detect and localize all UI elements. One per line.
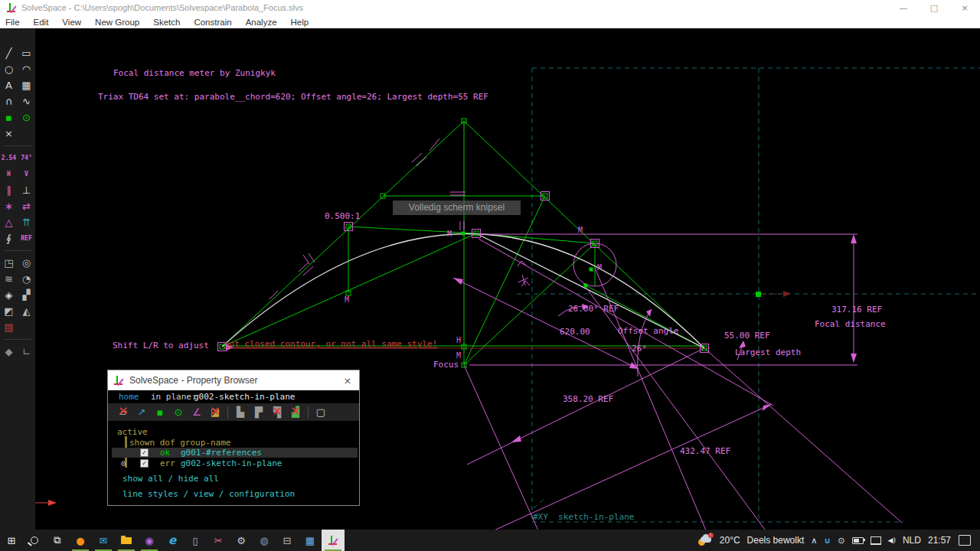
notes-icon[interactable]: ▯ xyxy=(184,530,207,551)
close-button[interactable]: × xyxy=(949,0,980,15)
lathe-solid-icon[interactable]: ▛ xyxy=(250,405,268,420)
revolve-solid-icon[interactable]: ▜× xyxy=(268,405,286,420)
settings-icon[interactable]: ⚙ xyxy=(230,530,253,551)
speaker-icon[interactable]: ◀) xyxy=(888,536,896,544)
minimize-button[interactable]: — xyxy=(888,0,919,15)
drawing-canvas[interactable]: M M M M M H Focal distance meter by Zuni… xyxy=(0,28,980,530)
horizontal-constraint-tool[interactable]: H xyxy=(0,166,18,182)
mirror-tool[interactable]: ◩ xyxy=(0,303,18,319)
offset-angle-label[interactable]: Offset angle xyxy=(618,327,678,336)
solvespace-icon[interactable] xyxy=(322,530,345,551)
workplane-label[interactable]: #XY sketch-in-plane xyxy=(533,513,634,522)
search-icon[interactable] xyxy=(23,530,46,551)
menu-constrain[interactable]: Constrain xyxy=(187,18,238,27)
extrude-tool[interactable]: ◳ xyxy=(0,255,18,271)
weather-icon[interactable]: ! xyxy=(697,534,713,546)
photos-icon[interactable]: ◍ xyxy=(253,530,276,551)
tangent-arc-tool[interactable]: ∩ xyxy=(0,93,18,109)
in-plane-value[interactable]: g002-sketch-in-plane xyxy=(194,392,295,402)
temperature-label[interactable]: 20°C xyxy=(720,535,740,546)
active-group-radio[interactable]: ⊙ xyxy=(121,458,126,468)
close-icon[interactable]: × xyxy=(336,375,359,386)
split-intersection-tool[interactable]: × xyxy=(0,126,18,142)
focus-label[interactable]: Focus xyxy=(433,360,459,370)
angle-dimension-icon[interactable]: ∠ xyxy=(188,405,206,420)
active-workplane-tool[interactable]: ▤ xyxy=(0,319,18,335)
group-name-link[interactable]: g002-sketch-in-plane xyxy=(181,458,282,468)
tangent-constraint-tool[interactable]: ∮ xyxy=(0,230,18,246)
calculator-icon[interactable]: ▦ xyxy=(299,530,322,551)
cup-icon[interactable]: ∪ xyxy=(824,536,831,546)
wireframe-box-icon[interactable]: ▢ xyxy=(312,405,330,420)
restore-button[interactable]: □ xyxy=(919,0,949,15)
workplane-icon[interactable]: ▱× xyxy=(114,405,132,420)
largest-depth-label[interactable]: Largest depth xyxy=(735,348,801,357)
dim-depth-ref[interactable]: 55.00 REF xyxy=(724,331,770,341)
battery-icon[interactable] xyxy=(852,537,864,544)
vertical-constraint-tool[interactable]: V xyxy=(18,166,35,182)
distance-dimension-tool[interactable]: 2.54 xyxy=(0,150,18,166)
media-app-icon[interactable]: ◉ xyxy=(138,530,161,551)
tray-expand-icon[interactable]: ∧ xyxy=(811,536,817,546)
dimension-lines-magenta[interactable] xyxy=(453,234,902,530)
mesh-solid-icon[interactable]: ▟× xyxy=(286,405,305,420)
group-row-references[interactable]: ✓ ok g001-#references xyxy=(112,448,358,458)
camera-tray-icon[interactable]: ⊙ xyxy=(838,536,844,546)
perpendicular-constraint-tool[interactable]: ⊥ xyxy=(18,182,35,198)
normal-arrow-icon[interactable]: ↗ xyxy=(132,405,151,420)
dim-focal-ref[interactable]: 317.16 REF xyxy=(831,305,882,315)
same-orientation-tool[interactable]: ⇈ xyxy=(18,214,35,230)
reference-dimension-tool[interactable]: REF xyxy=(18,230,35,246)
point-tool[interactable]: ▪ xyxy=(0,109,18,126)
menu-analyze[interactable]: Analyze xyxy=(239,18,284,27)
start-button[interactable]: ⊞ xyxy=(0,530,23,551)
edge-icon[interactable]: e xyxy=(161,530,184,551)
helix-tool[interactable]: ≋ xyxy=(0,271,18,287)
file-explorer-icon[interactable] xyxy=(115,530,138,551)
network-icon[interactable] xyxy=(871,536,881,545)
equal-constraint-tool[interactable]: △ xyxy=(0,214,18,230)
keyboard-language[interactable]: NLD xyxy=(903,535,921,546)
snip-icon[interactable]: ✂ xyxy=(207,530,230,551)
dim-diag-ref[interactable]: 358.20 REF xyxy=(563,395,613,404)
home-link[interactable]: home xyxy=(119,392,139,402)
point-icon[interactable]: ▪ xyxy=(151,405,169,420)
link-tool[interactable]: ◈ xyxy=(0,287,18,303)
focal-distance-label[interactable]: Focal distance xyxy=(815,320,886,329)
shown-checkbox[interactable]: ✓ xyxy=(140,448,149,457)
line-tool[interactable]: ╱ xyxy=(0,45,18,61)
dim-angle-ref[interactable]: 26.00° REF xyxy=(568,305,619,314)
menu-edit[interactable]: Edit xyxy=(27,18,56,27)
comment-config[interactable]: Triax TD64 set at: parabole__chord=620; … xyxy=(98,93,488,102)
styles-view-config-link[interactable]: line styles / view / configuration xyxy=(122,489,295,499)
menu-view[interactable]: View xyxy=(55,18,88,27)
angle-dimension-tool[interactable]: 74° xyxy=(18,150,35,166)
property-browser-window[interactable]: SolveSpace - Property Browser × home in … xyxy=(107,370,360,506)
task-view-icon[interactable]: ⧉ xyxy=(46,530,69,551)
menu-new-group[interactable]: New Group xyxy=(88,18,146,27)
symmetric-constraint-tool[interactable]: ⇄ xyxy=(18,198,35,214)
show-solid-tool[interactable]: ◆ xyxy=(0,344,18,360)
notification-center-icon[interactable] xyxy=(959,535,971,546)
menu-help[interactable]: Help xyxy=(284,18,316,27)
menu-sketch[interactable]: Sketch xyxy=(146,18,187,27)
ratio-label[interactable]: 0.500:1 xyxy=(325,212,360,221)
parallel-constraint-tool[interactable]: ∥ xyxy=(0,182,18,198)
angle-section-tool[interactable]: ∟ xyxy=(18,344,35,360)
dim-offset-angle[interactable]: 26° xyxy=(632,344,647,354)
firefox-icon[interactable]: ● xyxy=(69,530,92,551)
weather-label[interactable]: Deels bewolkt xyxy=(747,535,805,546)
step-translate-tool[interactable]: ▞ xyxy=(18,287,35,303)
workplane-yellow-icon[interactable]: ◪× xyxy=(206,405,224,420)
image-tool[interactable]: ▦ xyxy=(18,77,35,93)
property-browser-titlebar[interactable]: SolveSpace - Property Browser × xyxy=(108,370,359,390)
workplane-frame[interactable] xyxy=(517,68,980,522)
rotate-tool[interactable]: ◭ xyxy=(18,303,35,319)
shown-checkbox[interactable]: ✓ xyxy=(140,459,149,468)
shift-hint-comment[interactable]: Shift L/R to adjust xyxy=(113,341,209,350)
construction-icon[interactable]: ⊙ xyxy=(169,405,188,420)
printer-icon[interactable]: ⊟ xyxy=(276,530,299,551)
mail-icon[interactable]: ✉ xyxy=(92,530,115,551)
window-titlebar[interactable]: SolveSpace - C:\Users\spogh\Documents\So… xyxy=(0,0,980,15)
point-on-entity-tool[interactable]: ∗ xyxy=(0,198,18,214)
